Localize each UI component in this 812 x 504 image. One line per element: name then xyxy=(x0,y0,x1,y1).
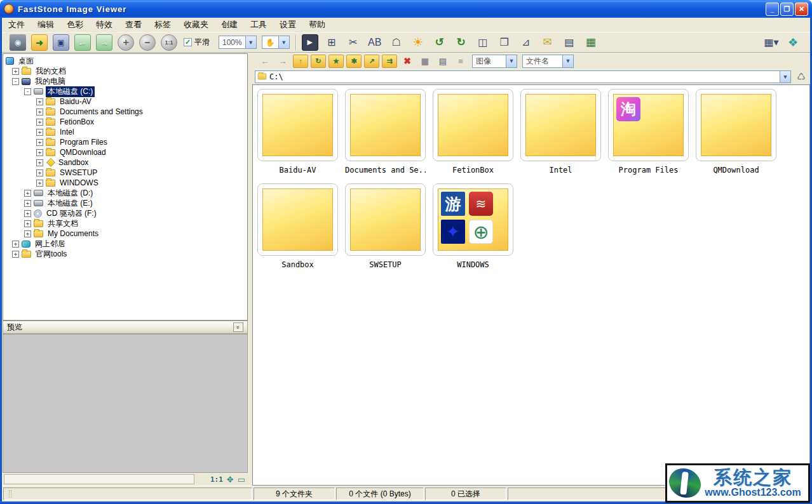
folder-thumbnail[interactable]: 游≋✦⊕ xyxy=(433,183,513,256)
expand-icon[interactable]: + xyxy=(24,210,31,217)
menu-item-11[interactable]: 帮助 xyxy=(302,18,332,32)
tree-item[interactable]: +本地磁盘 (D:) xyxy=(3,188,247,198)
folder-item[interactable]: Intel xyxy=(520,89,601,175)
expand-icon[interactable]: + xyxy=(36,109,43,116)
tree-item[interactable]: +Documents and Settings xyxy=(3,107,247,117)
sort-combo[interactable]: 文件名 ▼ xyxy=(522,55,574,68)
batch-rename-icon[interactable]: AB xyxy=(367,34,383,51)
save-as-icon[interactable]: ▣ xyxy=(53,34,69,51)
folder-item[interactable]: FetionBox xyxy=(433,89,513,175)
folder-thumbnail[interactable] xyxy=(433,89,513,161)
folder-thumbnail[interactable]: 淘 xyxy=(608,89,689,161)
folder-thumbnail[interactable] xyxy=(257,183,338,256)
copy-to-folder-icon[interactable]: ⇉ xyxy=(382,55,397,68)
set-wallpaper-icon[interactable]: ▦ xyxy=(583,34,599,51)
new-folder-icon[interactable]: ✱ xyxy=(346,55,362,68)
menu-item-2[interactable]: 编辑 xyxy=(31,18,60,32)
view-details-icon[interactable]: ▤ xyxy=(435,55,450,68)
hand-tool-combo[interactable]: ✋ ▼ xyxy=(262,36,290,49)
resize-icon[interactable]: ⊞ xyxy=(323,34,340,51)
brightness-icon[interactable]: ☀ xyxy=(410,34,426,51)
tree-item[interactable]: +官网tools xyxy=(3,249,247,259)
preview-collapse-button[interactable]: » xyxy=(233,322,243,332)
tree-item[interactable]: +共享文档 xyxy=(3,218,247,229)
menu-item-5[interactable]: 查看 xyxy=(119,18,148,32)
expand-icon[interactable]: + xyxy=(36,180,43,187)
zoom-in-icon[interactable]: ＋ xyxy=(118,34,134,51)
folder-thumbnail[interactable] xyxy=(257,89,338,161)
tree-item[interactable]: +Intel xyxy=(3,127,247,137)
expand-icon[interactable]: + xyxy=(12,241,19,248)
expand-icon[interactable]: + xyxy=(36,149,43,156)
folder-thumbnail[interactable] xyxy=(345,183,426,256)
menu-item-7[interactable]: 收藏夹 xyxy=(177,18,215,32)
collapse-icon[interactable]: - xyxy=(24,88,31,95)
tree-item[interactable]: +Program Files xyxy=(3,137,247,147)
print-icon[interactable]: ▤ xyxy=(561,34,578,51)
clone-stamp-icon[interactable]: ☖ xyxy=(388,34,405,51)
expand-icon[interactable]: + xyxy=(36,139,43,146)
tree-item[interactable]: +Baidu-AV xyxy=(3,96,247,107)
fit-window-icon[interactable]: ✥ xyxy=(227,475,234,484)
compare-images-icon[interactable]: ◫ xyxy=(475,34,491,51)
layout-selector-icon[interactable]: ▦▾ xyxy=(763,34,780,51)
tree-item[interactable]: -本地磁盘 (C:) xyxy=(3,86,247,96)
expand-icon[interactable]: + xyxy=(36,169,43,176)
screen-capture-icon[interactable]: ❐ xyxy=(496,34,513,51)
menu-item-6[interactable]: 标签 xyxy=(148,18,177,32)
tree-item[interactable]: +FetionBox xyxy=(3,117,247,127)
email-icon[interactable]: ✉ xyxy=(539,34,556,51)
smooth-checkbox[interactable]: ✓ xyxy=(184,38,192,46)
frame-icon[interactable]: ▭ xyxy=(238,475,245,484)
tree-item[interactable]: -我的电脑 xyxy=(3,76,247,86)
folder-thumbnail[interactable] xyxy=(520,89,601,161)
expand-icon[interactable]: + xyxy=(36,98,43,105)
tree-item[interactable]: +Sandbox xyxy=(3,157,247,168)
expand-icon[interactable]: + xyxy=(24,190,31,197)
folder-item[interactable]: SWSETUP xyxy=(345,183,426,270)
recycle-bin-icon[interactable]: ♺ xyxy=(795,71,808,83)
folder-thumbnail[interactable] xyxy=(696,89,776,161)
expand-icon[interactable]: + xyxy=(12,251,19,258)
expand-icon[interactable]: + xyxy=(12,68,19,75)
history-back-icon[interactable]: ← xyxy=(257,55,273,68)
expand-icon[interactable]: + xyxy=(24,220,31,227)
chevron-down-icon[interactable]: ▼ xyxy=(278,36,289,48)
scan-icon[interactable]: ⊿ xyxy=(518,34,534,51)
fullscreen-icon[interactable]: ❖ xyxy=(785,34,801,51)
menu-item-10[interactable]: 设置 xyxy=(273,18,302,32)
tree-item[interactable]: 桌面 xyxy=(3,56,247,66)
view-thumbnails-icon[interactable]: ▦ xyxy=(417,55,433,68)
expand-icon[interactable]: + xyxy=(24,230,31,237)
menu-item-4[interactable]: 特效 xyxy=(90,18,119,32)
folder-thumbnail[interactable] xyxy=(345,89,426,161)
tree-item[interactable]: +本地磁盘 (E:) xyxy=(3,198,247,208)
next-image-icon[interactable]: → xyxy=(96,34,112,51)
tree-item[interactable]: +我的文档 xyxy=(3,66,247,76)
folder-item[interactable]: Baidu-AV xyxy=(257,89,338,175)
slideshow-icon[interactable]: ▶ xyxy=(302,34,318,51)
close-button[interactable]: ✕ xyxy=(795,3,808,16)
menu-item-8[interactable]: 创建 xyxy=(215,18,244,32)
expand-icon[interactable]: + xyxy=(36,129,43,136)
menu-item-3[interactable]: 色彩 xyxy=(60,18,90,32)
view-list-icon[interactable]: ≡ xyxy=(453,55,468,68)
chevron-down-icon[interactable]: ▼ xyxy=(245,36,256,48)
tree-item[interactable]: +网上邻居 xyxy=(3,239,247,249)
rotate-right-90-icon[interactable]: ↻ xyxy=(453,34,470,51)
rotate-left-90-icon[interactable]: ↺ xyxy=(431,34,448,51)
collapse-icon[interactable]: - xyxy=(12,78,19,85)
zoom-out-icon[interactable]: − xyxy=(139,34,156,51)
menu-item-9[interactable]: 工具 xyxy=(244,18,273,32)
folder-item[interactable]: Documents and Se... xyxy=(345,89,426,175)
folder-item[interactable]: 淘Program Files xyxy=(608,89,689,175)
maximize-button[interactable]: ❐ xyxy=(780,3,794,16)
history-forward-icon[interactable]: → xyxy=(275,55,290,68)
open-folder-icon[interactable]: ➜ xyxy=(31,34,48,51)
delete-icon[interactable]: ✖ xyxy=(400,55,415,68)
filter-combo[interactable]: 图像 ▼ xyxy=(472,55,517,68)
chevron-down-icon[interactable]: ▼ xyxy=(506,55,517,67)
previous-image-icon[interactable]: ← xyxy=(74,34,91,51)
address-field[interactable]: C:\ ▼ xyxy=(255,70,791,83)
tree-item[interactable]: +CD 驱动器 (F:) xyxy=(3,208,247,218)
